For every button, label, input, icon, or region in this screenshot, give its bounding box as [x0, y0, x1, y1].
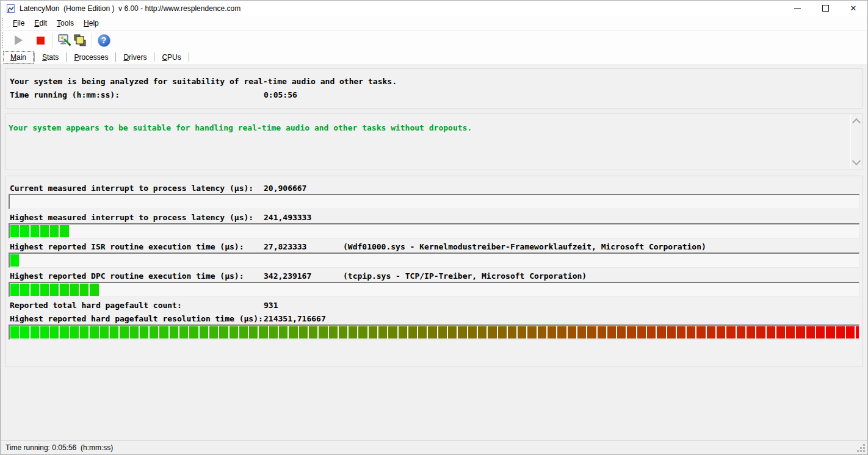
meter-segment: [548, 326, 556, 339]
meter-segment: [647, 326, 656, 339]
start-monitor-button[interactable]: [10, 32, 26, 48]
app-icon: [6, 4, 16, 13]
meter-segment: [756, 326, 765, 339]
scroll-down-icon[interactable]: [852, 157, 861, 165]
meter-segment: [767, 326, 775, 339]
meter-segment: [329, 326, 338, 339]
measurement-label: Highest measured interrupt to process la…: [10, 213, 264, 222]
menu-file[interactable]: File: [8, 17, 29, 29]
meter-segment: [120, 326, 128, 339]
close-button[interactable]: ✕: [839, 1, 867, 16]
meter-segment: [230, 326, 238, 339]
meter-segment: [438, 326, 447, 339]
meter-segment: [31, 284, 39, 296]
meter-segment: [31, 225, 39, 237]
tab-separator: [189, 52, 189, 62]
meter-segment: [677, 326, 685, 339]
tab-drivers[interactable]: Drivers: [117, 52, 153, 63]
meter-segment: [607, 326, 616, 339]
meter-segment: [279, 326, 288, 339]
meter-segment: [726, 326, 735, 339]
meter-segment: [10, 225, 19, 237]
menu-gripper: [2, 18, 3, 28]
measurement-value: 20,906667: [264, 184, 343, 193]
meter-segment: [40, 284, 49, 296]
meter-segment: [707, 326, 715, 339]
toolbar: ?: [1, 30, 867, 50]
processes-icon: [73, 33, 87, 48]
menu-edit[interactable]: Edit: [29, 17, 52, 29]
meter-segment: [60, 284, 68, 296]
meter-segment: [557, 326, 566, 339]
tab-processes[interactable]: Processes: [67, 52, 115, 63]
meter-segment: [70, 326, 79, 339]
meter-segment: [826, 326, 834, 339]
meter-segment: [200, 326, 208, 339]
minimize-button[interactable]: [783, 1, 811, 16]
level-meter-bar: [9, 194, 859, 209]
stop-monitor-button[interactable]: [32, 32, 48, 48]
meter-segment: [627, 326, 635, 339]
meter-segment: [568, 326, 576, 339]
measurement-value: 342,239167: [264, 271, 343, 281]
measurement-label: Current measured interrupt to process la…: [10, 184, 264, 193]
tab-main[interactable]: Main: [3, 51, 34, 63]
meter-segment: [31, 326, 39, 339]
menu-tools[interactable]: Tools: [52, 17, 79, 29]
measurement-label: Reported total hard pagefault count:: [10, 301, 264, 310]
result-scrollbar[interactable]: [850, 115, 861, 169]
meter-segment: [130, 326, 139, 339]
toolbar-separator: [92, 33, 92, 48]
measurement-label: Highest reported DPC routine execution t…: [10, 271, 264, 281]
meter-segment: [378, 326, 387, 339]
resize-grip-icon[interactable]: [863, 450, 865, 452]
tab-cpus[interactable]: CPUs: [155, 52, 187, 63]
measurement-value: 214351,716667: [264, 314, 343, 323]
meter-segment: [657, 326, 665, 339]
meter-segment: [100, 326, 109, 339]
meter-segment: [806, 326, 815, 339]
analysis-line: Your system is being analyzed for suitab…: [10, 77, 397, 86]
meter-segment: [189, 326, 198, 339]
meter-segment: [90, 326, 98, 339]
measurement-row: Current measured interrupt to process la…: [7, 182, 861, 193]
meter-segment: [816, 326, 825, 339]
scroll-up-icon[interactable]: [852, 118, 861, 127]
meter-segment: [309, 326, 317, 339]
meter-segment: [408, 326, 417, 339]
window-controls: ✕: [783, 1, 867, 16]
meter-segment: [159, 326, 168, 339]
tab-separator: [66, 52, 67, 62]
meter-segment: [488, 326, 496, 339]
meter-segment: [269, 326, 278, 339]
measurement-row: Highest reported hard pagefault resoluti…: [7, 313, 861, 324]
toolbar-gripper: [2, 32, 3, 48]
menu-help[interactable]: Help: [79, 17, 104, 29]
meter-segment: [786, 326, 795, 339]
measurement-row: Highest reported ISR routine execution t…: [7, 241, 861, 252]
meter-segment: [637, 326, 646, 339]
level-meter-bar: [9, 324, 859, 340]
meter-segment: [60, 326, 68, 339]
meter-segment: [20, 326, 29, 339]
meter-segment: [508, 326, 516, 339]
tab-stats[interactable]: Stats: [35, 52, 65, 63]
meter-segment: [219, 326, 228, 339]
maximize-button[interactable]: [811, 1, 839, 16]
help-button[interactable]: ?: [96, 32, 112, 48]
meter-segment: [50, 326, 59, 339]
menu-bar: FileEditToolsHelp: [1, 16, 867, 30]
result-panel: Your system appears to be suitable for h…: [5, 113, 863, 170]
minimize-icon: [794, 8, 801, 9]
processes-button[interactable]: [72, 32, 88, 48]
meter-segment: [80, 284, 89, 296]
meter-segment: [468, 326, 477, 339]
meter-segment: [70, 284, 79, 296]
meter-segment: [696, 326, 705, 339]
meter-segment: [478, 326, 486, 339]
meter-segment: [319, 326, 327, 339]
meter-segment: [369, 326, 377, 339]
meter-segment: [399, 326, 407, 339]
meter-segment: [339, 326, 347, 339]
options-button[interactable]: [56, 32, 72, 48]
